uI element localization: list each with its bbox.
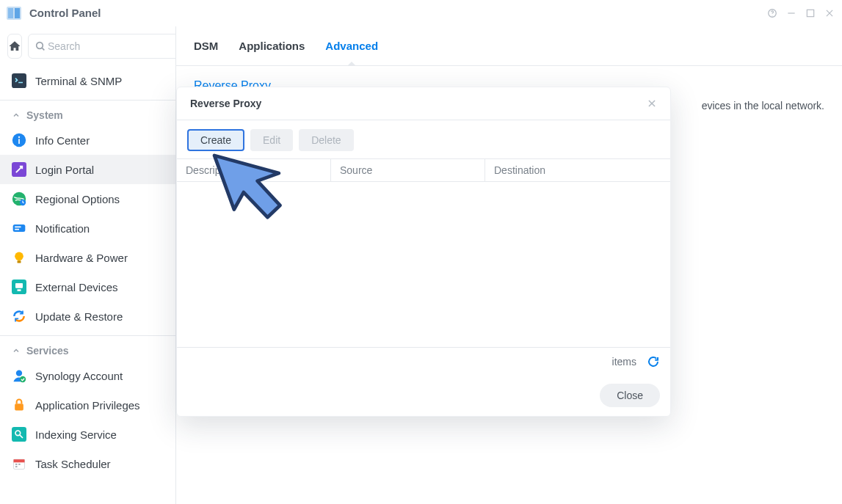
maximize-icon[interactable] (805, 8, 816, 18)
section-label: System (26, 109, 63, 121)
svg-rect-6 (807, 10, 813, 16)
sidebar-item-task-scheduler[interactable]: Task Scheduler (0, 449, 175, 478)
login-portal-icon (12, 162, 26, 177)
close-button[interactable]: Close (600, 384, 660, 407)
sidebar-item-label: Task Scheduler (35, 458, 164, 470)
sidebar-section-services[interactable]: Services (0, 335, 175, 361)
svg-rect-17 (15, 229, 19, 230)
search-input-wrap[interactable] (28, 34, 176, 59)
sidebar-item-label: Terminal & SNMP (35, 75, 164, 87)
sidebar-item-label: Notification (35, 222, 164, 235)
chevron-up-icon (12, 111, 21, 120)
svg-point-24 (20, 376, 26, 382)
svg-rect-5 (788, 12, 794, 13)
svg-point-4 (772, 15, 773, 15)
sidebar-item-synology-account[interactable]: Synology Account (0, 361, 175, 390)
chevron-up-icon (12, 346, 21, 355)
sidebar-item-label: Hardware & Power (35, 252, 164, 264)
svg-point-11 (18, 136, 20, 138)
sidebar-item-label: Update & Restore (35, 310, 164, 323)
section-label: Services (26, 345, 69, 357)
sidebar-item-indexing-service[interactable]: Indexing Service (0, 420, 175, 449)
sidebar-item-label: Login Portal (35, 164, 164, 176)
dialog-header: Reverse Proxy (177, 87, 670, 120)
sidebar-item-label: Info Center (35, 134, 164, 147)
sidebar-item-terminal-snmp[interactable]: Terminal & SNMP (0, 66, 175, 95)
app-icon (4, 4, 23, 23)
dialog-toolbar: Create Edit Delete (177, 120, 670, 158)
sidebar-item-regional-options[interactable]: Regional Options (0, 184, 175, 213)
svg-rect-21 (15, 283, 23, 288)
svg-point-7 (37, 43, 43, 49)
sidebar-item-info-center[interactable]: Info Center (0, 125, 175, 155)
home-button[interactable] (7, 34, 22, 59)
svg-rect-8 (12, 73, 26, 88)
dialog-status-bar: items (177, 347, 670, 375)
help-icon[interactable] (767, 8, 777, 18)
info-icon (12, 133, 26, 147)
search-input[interactable] (46, 40, 176, 53)
tab-bar: DSM Applications Advanced (176, 26, 842, 66)
control-panel-window: Control Panel (0, 0, 842, 504)
dialog-table: Description Source Destination (177, 158, 670, 182)
svg-rect-26 (12, 427, 26, 442)
items-count-label: items (612, 356, 636, 368)
svg-rect-15 (13, 224, 26, 232)
svg-rect-32 (15, 466, 18, 467)
table-body-empty (177, 182, 670, 347)
sidebar: Terminal & SNMP System Info Center Login… (0, 26, 176, 504)
account-icon (12, 368, 26, 383)
tab-dsm[interactable]: DSM (194, 40, 218, 65)
indexing-icon (12, 427, 26, 442)
tab-applications[interactable]: Applications (239, 40, 305, 65)
svg-rect-2 (15, 8, 20, 18)
delete-button[interactable]: Delete (299, 129, 353, 151)
sidebar-item-label: Application Privileges (35, 399, 164, 412)
minimize-icon[interactable] (786, 8, 796, 18)
svg-rect-22 (18, 289, 21, 291)
calendar-icon (12, 456, 26, 471)
globe-icon (12, 191, 26, 206)
reverse-proxy-dialog: Reverse Proxy Create Edit Delete Descrip… (176, 87, 671, 417)
sidebar-section-system[interactable]: System (0, 100, 175, 125)
search-icon (35, 40, 46, 52)
notification-icon (12, 221, 26, 235)
create-button[interactable]: Create (187, 129, 244, 151)
refresh-icon[interactable] (647, 355, 660, 368)
sidebar-item-notification[interactable]: Notification (0, 213, 175, 243)
svg-rect-30 (15, 464, 18, 465)
svg-rect-1 (8, 8, 13, 18)
tab-advanced[interactable]: Advanced (325, 40, 378, 65)
svg-point-18 (15, 252, 23, 261)
svg-rect-10 (18, 139, 20, 144)
column-destination[interactable]: Destination (485, 159, 670, 181)
sidebar-item-login-portal[interactable]: Login Portal (0, 155, 175, 184)
sidebar-item-hardware-power[interactable]: Hardware & Power (0, 243, 175, 272)
devices-icon (12, 280, 26, 294)
sidebar-item-update-restore[interactable]: Update & Restore (0, 302, 175, 331)
sidebar-item-label: Regional Options (35, 193, 164, 205)
close-icon[interactable] (824, 8, 835, 18)
dialog-close-icon[interactable] (647, 98, 657, 109)
bulb-icon (12, 250, 26, 265)
lock-icon (12, 398, 26, 412)
edit-button[interactable]: Edit (250, 129, 293, 151)
sidebar-item-application-privileges[interactable]: Application Privileges (0, 390, 175, 420)
title-bar: Control Panel (0, 0, 842, 26)
update-icon (12, 309, 26, 324)
dialog-footer: Close (177, 375, 670, 416)
column-source[interactable]: Source (331, 159, 485, 181)
svg-rect-16 (15, 227, 21, 228)
sidebar-item-label: Indexing Service (35, 428, 164, 441)
sidebar-item-external-devices[interactable]: External Devices (0, 272, 175, 302)
dialog-title: Reverse Proxy (190, 98, 261, 109)
column-description[interactable]: Description (177, 159, 331, 181)
svg-rect-25 (15, 403, 23, 410)
table-header: Description Source Destination (177, 159, 670, 181)
sidebar-item-label: External Devices (35, 281, 164, 293)
svg-rect-29 (14, 459, 25, 462)
sidebar-item-label: Synology Account (35, 370, 164, 382)
window-title: Control Panel (29, 7, 101, 19)
svg-rect-19 (18, 260, 21, 263)
svg-rect-31 (18, 464, 21, 465)
